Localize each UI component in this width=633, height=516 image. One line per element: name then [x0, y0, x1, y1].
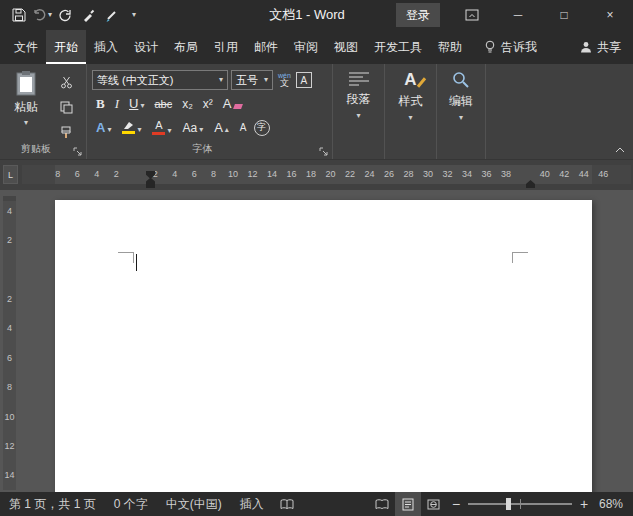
ribbon-options-icon	[465, 9, 479, 21]
draw-tool-button[interactable]	[77, 2, 99, 28]
title-bar: ▾ ▾ 文档1 - Word 登录 ─ □ ×	[0, 0, 633, 30]
redo-button[interactable]	[54, 2, 76, 28]
document-area[interactable]	[0, 190, 633, 492]
underline-button[interactable]: U ▾	[125, 95, 148, 112]
paste-button[interactable]: 粘贴 ▾	[5, 70, 47, 127]
ruler-number: 28	[399, 165, 418, 184]
tell-me-button[interactable]: 告诉我	[484, 30, 537, 64]
minimize-button[interactable]: ─	[495, 0, 541, 30]
font-color-button[interactable]: A ▾	[148, 118, 175, 137]
undo-button[interactable]: ▾	[31, 2, 53, 28]
italic-button[interactable]: I	[111, 95, 123, 112]
clear-formatting-button[interactable]: A	[219, 95, 246, 112]
ruler-number: 6	[3, 343, 16, 372]
read-mode-icon	[375, 499, 389, 510]
editing-label: 编辑	[449, 93, 473, 110]
share-button[interactable]: 共享	[580, 30, 621, 64]
phonetic-guide-button[interactable]: wén 文	[276, 72, 293, 88]
chevron-down-icon[interactable]: ▾	[459, 114, 463, 122]
tab-home[interactable]: 开始	[46, 30, 86, 64]
grow-font-button[interactable]: A ▴	[210, 119, 233, 136]
zoom-slider-thumb[interactable]	[506, 498, 511, 510]
text-effects-button[interactable]: A ▾	[92, 119, 115, 136]
language-status[interactable]: 中文(中国)	[157, 492, 231, 516]
font-name-select[interactable]: 等线 (中文正文) ▾	[92, 70, 228, 90]
tab-developer[interactable]: 开发工具	[366, 30, 430, 64]
tab-help[interactable]: 帮助	[430, 30, 470, 64]
tab-mailings[interactable]: 邮件	[246, 30, 286, 64]
tab-view[interactable]: 视图	[326, 30, 366, 64]
proofing-status-button[interactable]	[273, 492, 301, 516]
document-page[interactable]	[55, 200, 592, 492]
format-painter-button[interactable]	[55, 123, 77, 141]
ruler-number: 36	[477, 165, 496, 184]
close-button[interactable]: ×	[587, 0, 633, 30]
ribbon-display-options-button[interactable]	[449, 0, 495, 30]
ruler-number: 4	[165, 165, 184, 184]
change-case-button[interactable]: Aa ▾	[178, 120, 207, 136]
print-layout-button[interactable]	[395, 492, 421, 516]
ruler-number: 34	[457, 165, 476, 184]
customize-qat-button[interactable]: ▾	[123, 2, 145, 28]
chevron-down-icon[interactable]: ▾	[408, 114, 412, 122]
collapse-ribbon-button[interactable]	[615, 147, 625, 153]
scissors-icon	[60, 76, 73, 89]
margin-crop-mark-top-left	[118, 252, 134, 263]
font-dialog-launcher[interactable]	[318, 146, 328, 156]
chevron-down-icon[interactable]: ▾	[199, 126, 203, 134]
paragraph-button[interactable]: 段落 ▾	[333, 71, 384, 120]
cut-button[interactable]	[55, 73, 77, 91]
zoom-slider[interactable]	[468, 492, 572, 516]
tab-label: 插入	[94, 39, 118, 56]
enclose-character-button[interactable]: 字	[254, 120, 270, 136]
copy-button[interactable]	[55, 98, 77, 116]
tab-design[interactable]: 设计	[126, 30, 166, 64]
tab-references[interactable]: 引用	[206, 30, 246, 64]
insert-mode-status[interactable]: 插入	[231, 492, 273, 516]
clipboard-dialog-launcher[interactable]	[72, 146, 82, 156]
status-bar: 第 1 页，共 1 页 0 个字 中文(中国) 插入 − + 68%	[0, 492, 633, 516]
highlight-color-button[interactable]: ▾	[118, 119, 145, 136]
word-count-status[interactable]: 0 个字	[105, 492, 157, 516]
ruler-number: 18	[301, 165, 320, 184]
chevron-down-icon[interactable]: ▾	[167, 127, 171, 135]
vertical-ruler[interactable]: 422468101214	[3, 196, 16, 490]
tab-selector[interactable]: L	[3, 165, 18, 184]
chevron-down-icon[interactable]: ▾	[48, 11, 52, 19]
zoom-out-button[interactable]: −	[447, 496, 465, 512]
font-size-select[interactable]: 五号 ▾	[231, 70, 273, 90]
character-border-button[interactable]: A	[296, 72, 312, 88]
chevron-down-icon[interactable]: ▾	[264, 76, 268, 84]
zoom-level[interactable]: 68%	[593, 497, 633, 511]
maximize-button[interactable]: □	[541, 0, 587, 30]
chevron-down-icon[interactable]: ▾	[137, 126, 141, 134]
pen-tool-button[interactable]	[100, 2, 122, 28]
horizontal-ruler[interactable]: 8642246810121416182022242628303234363840…	[22, 165, 631, 184]
page-number-status[interactable]: 第 1 页，共 1 页	[0, 492, 105, 516]
font-group-label: 字体	[87, 142, 318, 156]
chevron-down-icon[interactable]: ▾	[219, 76, 223, 84]
chevron-down-icon[interactable]: ▾	[24, 119, 28, 127]
chevron-down-icon[interactable]: ▾	[107, 126, 111, 134]
subscript-button[interactable]: x₂	[178, 96, 197, 112]
web-layout-icon	[427, 499, 440, 510]
strikethrough-button[interactable]: abc	[150, 97, 176, 112]
web-layout-button[interactable]	[421, 492, 447, 516]
save-button[interactable]	[8, 2, 30, 28]
chevron-down-icon[interactable]: ▾	[140, 102, 144, 110]
chevron-down-icon[interactable]: ▾	[356, 112, 360, 120]
tab-layout[interactable]: 布局	[166, 30, 206, 64]
tab-insert[interactable]: 插入	[86, 30, 126, 64]
bold-button[interactable]: B	[92, 95, 109, 112]
editing-button[interactable]: 编辑 ▾	[437, 71, 485, 122]
tab-review[interactable]: 审阅	[286, 30, 326, 64]
read-mode-button[interactable]	[369, 492, 395, 516]
tab-label: 文件	[14, 39, 38, 56]
superscript-button[interactable]: x²	[199, 96, 217, 112]
zoom-in-button[interactable]: +	[575, 496, 593, 512]
sign-in-button[interactable]: 登录	[396, 3, 440, 27]
shrink-font-button[interactable]: A	[236, 121, 251, 135]
tab-file[interactable]: 文件	[6, 30, 46, 64]
ruler-number: 22	[340, 165, 359, 184]
styles-button[interactable]: A 样式 ▾	[385, 71, 436, 122]
